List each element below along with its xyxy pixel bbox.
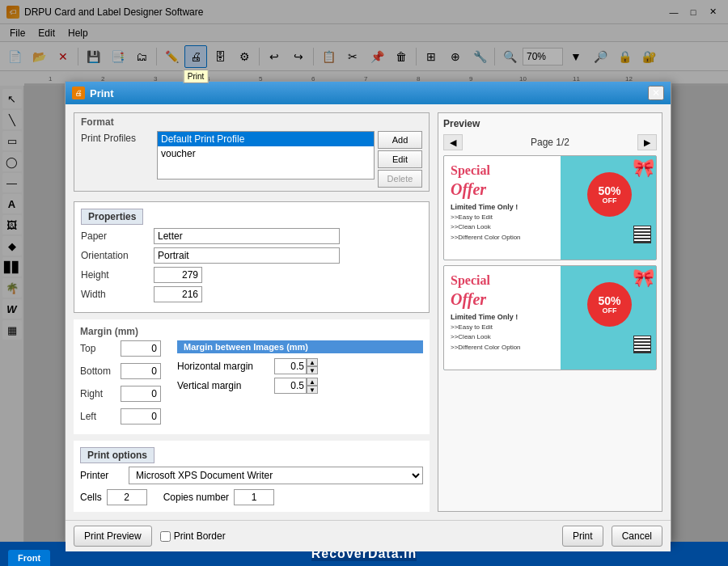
profile-item-default[interactable]: Default Print Profile: [158, 132, 374, 146]
width-label: Width: [81, 289, 154, 300]
orientation-row: Orientation: [81, 247, 422, 264]
dialog-close-button[interactable]: ✕: [648, 86, 664, 100]
card1-limited: Limited Time Only !: [451, 203, 518, 211]
card1-bullets: >>Easy to Edit >>Clean Look >>Different …: [451, 213, 521, 243]
card1-off: OFF: [603, 196, 617, 205]
card-preview-1: Special Offer Limited Time Only ! >>Easy…: [443, 155, 657, 260]
cells-item: Cells: [80, 489, 147, 505]
v-margin-row: Vertical margin ▲ ▼: [177, 378, 423, 394]
card1-special: Special: [451, 163, 490, 178]
margin-label: Margin (mm): [80, 326, 423, 337]
card2-bullet1: >>Easy to Edit: [451, 323, 521, 333]
printer-row: Printer Microsoft XPS Document Writer: [80, 467, 423, 484]
card2-special: Special: [451, 272, 490, 288]
card1-offer: Offer: [451, 180, 486, 199]
print-options-header: Print options: [80, 447, 154, 463]
right-margin-row: Right: [80, 386, 161, 402]
margin-left-col: Top Bottom Right: [80, 340, 161, 428]
print-dialog: 🖨 Print ✕ Format Print Profiles Default …: [65, 81, 671, 542]
height-label: Height: [81, 269, 154, 281]
properties-section: Properties Paper Orientation Height: [74, 201, 430, 313]
paper-input[interactable]: [154, 228, 340, 244]
h-margin-spinbtns: ▲ ▼: [307, 358, 318, 374]
bottom-margin-row: Bottom: [80, 363, 161, 379]
top-input[interactable]: [121, 340, 161, 357]
h-margin-down[interactable]: ▼: [307, 366, 318, 374]
card-preview-2: Special Offer Limited Time Only ! >>Easy…: [443, 265, 657, 370]
width-input[interactable]: [154, 286, 202, 302]
paper-row: Paper: [81, 228, 422, 244]
card2-bullet2: >>Clean Look: [451, 332, 521, 343]
print-options-section: Print options Printer Microsoft XPS Docu…: [74, 441, 430, 512]
print-final-button[interactable]: Print: [562, 526, 603, 547]
print-profiles-row: Print Profiles Default Print Profile vou…: [81, 131, 422, 188]
left-margin-row: Left: [80, 408, 161, 424]
modal-overlay: 🖨 Print ✕ Format Print Profiles Default …: [0, 0, 728, 542]
v-margin-down[interactable]: ▼: [307, 386, 318, 394]
h-margin-label: Horizontal margin: [177, 361, 274, 372]
printer-select[interactable]: Microsoft XPS Document Writer: [129, 467, 423, 484]
card1-bullet1: >>Easy to Edit: [451, 213, 521, 223]
orientation-label: Orientation: [81, 250, 154, 261]
card2-off: OFF: [603, 306, 617, 315]
v-margin-up[interactable]: ▲: [307, 378, 318, 386]
cancel-button[interactable]: Cancel: [612, 526, 662, 547]
dialog-right-panel: Preview ◀ Page 1/2 ▶ Special Offer: [438, 112, 662, 512]
card2-badge: 50% OFF: [587, 282, 632, 327]
card1-percent: 50%: [598, 185, 620, 196]
v-margin-input[interactable]: [274, 378, 307, 394]
printer-label: Printer: [80, 470, 129, 481]
card2-qr: [633, 336, 651, 353]
card1-bullet2: >>Clean Look: [451, 222, 521, 233]
h-margin-spinner: ▲ ▼: [274, 358, 318, 374]
bottom-input[interactable]: [121, 363, 161, 379]
properties-header: Properties: [81, 209, 143, 225]
v-margin-label: Vertical margin: [177, 380, 274, 391]
h-margin-input[interactable]: [274, 358, 307, 374]
copies-input[interactable]: [234, 489, 274, 505]
card1-bow: 🎀: [633, 158, 654, 179]
cells-input[interactable]: [107, 489, 147, 505]
format-section: Format Print Profiles Default Print Prof…: [74, 112, 430, 192]
print-profiles-list[interactable]: Default Print Profile voucher: [157, 131, 375, 180]
card1-qr: [633, 226, 651, 243]
card2-offer: Offer: [451, 290, 486, 309]
print-border-area: Print Border: [160, 530, 226, 542]
orientation-input[interactable]: [154, 247, 340, 264]
profile-item-voucher[interactable]: voucher: [158, 146, 374, 161]
prev-page-btn[interactable]: ◀: [443, 134, 463, 150]
card2-bullet3: >>Different Color Option: [451, 343, 521, 353]
add-profile-btn[interactable]: Add: [378, 131, 422, 149]
margin-between-title: Margin between Images (mm): [177, 340, 423, 353]
card2-percent: 50%: [598, 295, 620, 306]
dialog-left-panel: Format Print Profiles Default Print Prof…: [74, 112, 430, 512]
profiles-buttons: Add Edit Delete: [378, 131, 422, 188]
copies-item: Copies number: [163, 489, 274, 505]
edit-profile-btn[interactable]: Edit: [378, 150, 422, 168]
front-tab[interactable]: Front: [8, 550, 50, 566]
margin-right-col: Margin between Images (mm) Horizontal ma…: [177, 340, 423, 428]
preview-cards: Special Offer Limited Time Only ! >>Easy…: [443, 155, 657, 370]
dialog-title: Print: [90, 87, 648, 99]
preview-title: Preview: [443, 118, 657, 129]
next-page-btn[interactable]: ▶: [637, 134, 657, 150]
card1-bullet3: >>Different Color Option: [451, 233, 521, 243]
print-preview-button[interactable]: Print Preview: [74, 526, 152, 547]
cells-copies-row: Cells Copies number: [80, 489, 423, 505]
v-margin-spinbtns: ▲ ▼: [307, 378, 318, 394]
bottom-label: Bottom: [80, 365, 121, 377]
height-input[interactable]: [154, 267, 202, 283]
right-input[interactable]: [121, 386, 161, 402]
delete-profile-btn: Delete: [378, 170, 422, 188]
card1-badge: 50% OFF: [587, 172, 632, 217]
print-border-checkbox[interactable]: [160, 531, 171, 542]
left-label: Left: [80, 411, 121, 422]
top-margin-row: Top: [80, 340, 161, 357]
preview-nav: ◀ Page 1/2 ▶: [443, 134, 657, 150]
copies-label: Copies number: [163, 492, 229, 503]
cells-label: Cells: [80, 492, 102, 503]
height-row: Height: [81, 267, 422, 283]
left-input[interactable]: [121, 408, 161, 424]
h-margin-up[interactable]: ▲: [307, 358, 318, 366]
dialog-icon: 🖨: [72, 87, 85, 99]
